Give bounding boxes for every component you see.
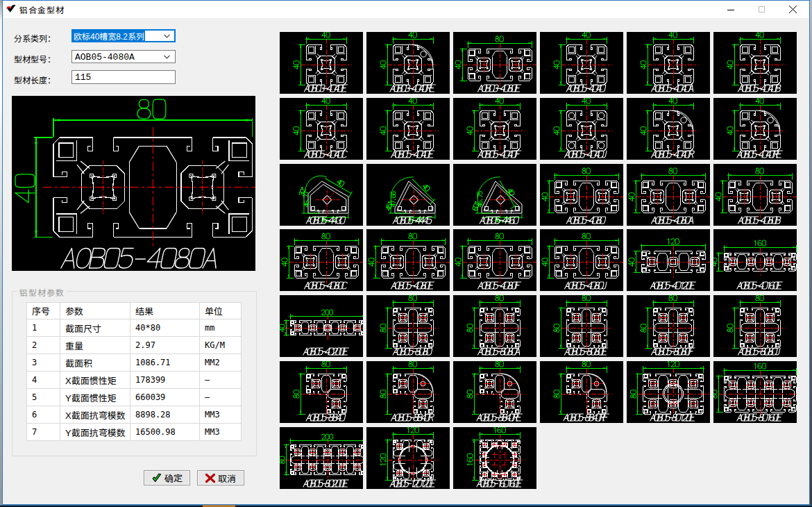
profile-thumbnail[interactable] bbox=[453, 32, 536, 94]
profile-thumbnail[interactable] bbox=[627, 229, 710, 291]
profile-thumbnail[interactable] bbox=[627, 32, 710, 94]
profile-thumbnail[interactable] bbox=[713, 98, 797, 160]
dialog-window: 铝合金型材 分系类列： 欧标40槽宽8.2系列 型材型号： AOB05-4080… bbox=[2, 0, 810, 505]
profile-thumbnail[interactable] bbox=[453, 361, 536, 423]
profile-thumbnail[interactable] bbox=[280, 98, 363, 160]
profile-thumbnail[interactable] bbox=[540, 229, 623, 291]
profile-thumbnail[interactable] bbox=[627, 164, 710, 226]
profile-thumbnail[interactable] bbox=[540, 295, 623, 357]
profile-thumbnail[interactable] bbox=[453, 295, 536, 357]
profile-thumbnail[interactable] bbox=[540, 98, 623, 160]
profile-thumbnail[interactable] bbox=[713, 32, 797, 94]
profile-thumbnail[interactable] bbox=[280, 295, 363, 357]
profile-thumbnail[interactable] bbox=[453, 427, 536, 489]
profile-thumbnail[interactable] bbox=[627, 361, 710, 423]
profile-thumbnail[interactable] bbox=[366, 361, 450, 423]
profile-thumbnail[interactable] bbox=[540, 32, 623, 94]
profile-thumbnail[interactable] bbox=[280, 164, 363, 226]
profile-thumbnail[interactable] bbox=[366, 427, 450, 489]
profile-thumbnail[interactable] bbox=[540, 164, 623, 226]
profile-thumbnail[interactable] bbox=[453, 164, 536, 226]
profile-thumbnail[interactable] bbox=[453, 229, 536, 291]
profile-thumbnail[interactable] bbox=[366, 164, 450, 226]
thumbnail-grid bbox=[3, 1, 809, 504]
profile-thumbnail[interactable] bbox=[366, 98, 450, 160]
profile-thumbnail[interactable] bbox=[280, 427, 363, 489]
profile-thumbnail[interactable] bbox=[280, 32, 363, 94]
profile-thumbnail[interactable] bbox=[280, 229, 363, 291]
profile-thumbnail[interactable] bbox=[713, 295, 797, 357]
profile-thumbnail[interactable] bbox=[366, 32, 450, 94]
profile-thumbnail[interactable] bbox=[540, 361, 623, 423]
profile-thumbnail[interactable] bbox=[713, 164, 797, 226]
profile-thumbnail[interactable] bbox=[627, 295, 710, 357]
profile-thumbnail[interactable] bbox=[280, 361, 363, 423]
profile-thumbnail[interactable] bbox=[713, 361, 797, 423]
profile-thumbnail[interactable] bbox=[366, 229, 450, 291]
profile-thumbnail[interactable] bbox=[627, 98, 710, 160]
profile-thumbnail[interactable] bbox=[453, 98, 536, 160]
profile-thumbnail[interactable] bbox=[713, 229, 797, 291]
profile-thumbnail[interactable] bbox=[366, 295, 450, 357]
